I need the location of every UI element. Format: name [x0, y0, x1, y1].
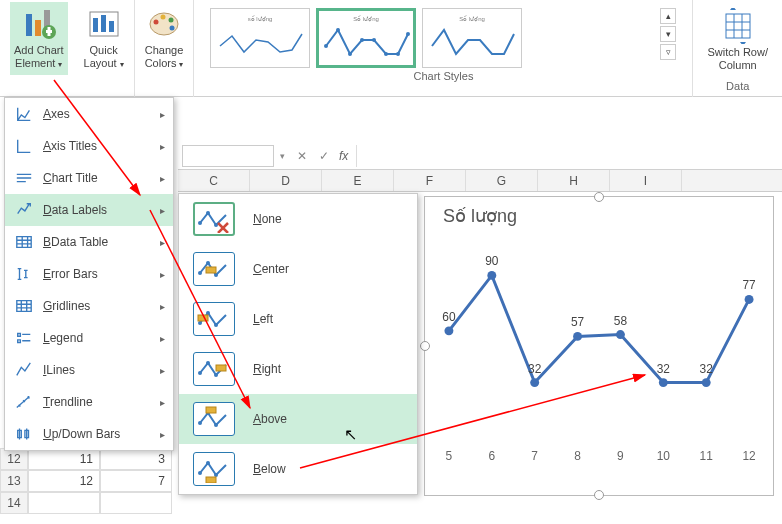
svg-text:8: 8 — [574, 449, 581, 463]
menu-item-label: Up/Down Bars — [43, 427, 120, 441]
svg-text:6: 6 — [488, 449, 495, 463]
menu-item-legend[interactable]: Legend▸ — [5, 322, 173, 354]
svg-point-20 — [360, 38, 364, 42]
change-colors-icon — [146, 6, 182, 42]
worksheet-rows: 121131312714 — [0, 448, 172, 514]
option-label: Right — [253, 362, 281, 376]
cell[interactable]: 12 — [28, 470, 100, 492]
svg-point-66 — [702, 378, 711, 387]
svg-point-50 — [198, 471, 202, 475]
name-box-dropdown[interactable]: ▾ — [274, 151, 291, 161]
chart-handle-bottom[interactable] — [594, 490, 604, 500]
column-header-D[interactable]: D — [250, 170, 322, 191]
menu-item-axes[interactable]: Axes▸ — [5, 98, 173, 130]
menu-item-error-bars[interactable]: Error Bars▸ — [5, 258, 173, 290]
chart-styles-gallery[interactable]: số lượng Số lượng Số lượng ▴ ▾ ▿ — [200, 2, 686, 70]
cell[interactable]: 7 — [100, 470, 172, 492]
gallery-scroll-up[interactable]: ▴ — [660, 8, 676, 24]
option-icon — [193, 352, 235, 386]
change-colors-button[interactable]: ChangeColors ▾ — [141, 2, 188, 75]
menu-item-label: Data Labels — [43, 203, 107, 217]
menu-item-lines[interactable]: ILines▸ — [5, 354, 173, 386]
add-chart-element-icon — [21, 6, 57, 42]
data-labels-option-right[interactable]: Right — [179, 344, 417, 394]
fx-label[interactable]: fx — [335, 149, 352, 163]
svg-point-35 — [206, 261, 210, 265]
chart-style-1[interactable]: số lượng — [210, 8, 310, 68]
menu-item-chart-title[interactable]: Chart Title▸ — [5, 162, 173, 194]
svg-text:9: 9 — [617, 449, 624, 463]
svg-text:60: 60 — [442, 310, 456, 324]
svg-text:77: 77 — [742, 278, 756, 292]
svg-point-19 — [348, 52, 352, 56]
menu-item-icon — [13, 105, 35, 123]
menu-item-icon — [13, 425, 35, 443]
menu-item-axis-titles[interactable]: Axis Titles▸ — [5, 130, 173, 162]
cancel-formula-button[interactable]: ✕ — [291, 149, 313, 163]
formula-input[interactable] — [356, 145, 782, 167]
svg-rect-7 — [93, 18, 98, 32]
svg-text:10: 10 — [657, 449, 671, 463]
data-labels-option-below[interactable]: Below — [179, 444, 417, 494]
menu-item-icon — [13, 137, 35, 155]
submenu-arrow-icon: ▸ — [160, 205, 165, 216]
svg-point-68 — [745, 295, 754, 304]
svg-text:32: 32 — [528, 362, 542, 376]
svg-point-12 — [161, 15, 166, 20]
menu-item-data-table[interactable]: BData Table▸ — [5, 226, 173, 258]
svg-point-31 — [198, 221, 202, 225]
submenu-arrow-icon: ▸ — [160, 333, 165, 344]
svg-point-64 — [659, 378, 668, 387]
chart-style-3[interactable]: Số lượng — [422, 8, 522, 68]
column-header-C[interactable]: C — [178, 170, 250, 191]
submenu-arrow-icon: ▸ — [160, 141, 165, 152]
chart-title[interactable]: Số lượng — [425, 197, 773, 231]
column-header-G[interactable]: G — [466, 170, 538, 191]
enter-formula-button[interactable]: ✓ — [313, 149, 335, 163]
gallery-scroll-down[interactable]: ▾ — [660, 26, 676, 42]
data-group-label: Data — [726, 80, 749, 92]
svg-text:5: 5 — [446, 449, 453, 463]
switch-row-column-button[interactable]: Switch Row/Column — [703, 4, 772, 76]
cell[interactable]: 3 — [100, 448, 172, 470]
data-labels-option-left[interactable]: Left — [179, 294, 417, 344]
add-chart-element-button[interactable]: Add ChartElement ▾ — [10, 2, 68, 75]
column-header-F[interactable]: F — [394, 170, 466, 191]
gallery-expand[interactable]: ▿ — [660, 44, 676, 60]
embedded-chart[interactable]: Số lượng 609032575832327756789101112 — [424, 196, 774, 496]
menu-item-label: Legend — [43, 331, 83, 345]
column-header-I[interactable]: I — [610, 170, 682, 191]
chart-styles-group-label: Chart Styles — [200, 70, 686, 82]
option-icon — [193, 402, 235, 436]
column-header-H[interactable]: H — [538, 170, 610, 191]
row-header[interactable]: 14 — [0, 492, 28, 514]
chart-style-2[interactable]: Số lượng — [316, 8, 416, 68]
quick-layout-button[interactable]: QuickLayout ▾ — [80, 2, 128, 75]
menu-item-up-down-bars[interactable]: Up/Down Bars▸ — [5, 418, 173, 450]
menu-item-data-labels[interactable]: Data Labels▸ — [5, 194, 173, 226]
svg-point-39 — [206, 311, 210, 315]
row-header[interactable]: 12 — [0, 448, 28, 470]
cell[interactable]: 11 — [28, 448, 100, 470]
column-header-E[interactable]: E — [322, 170, 394, 191]
add-chart-element-label: Add ChartElement — [14, 44, 64, 69]
svg-text:57: 57 — [571, 315, 585, 329]
menu-item-gridlines[interactable]: Gridlines▸ — [5, 290, 173, 322]
menu-item-trendline[interactable]: Trendline▸ — [5, 386, 173, 418]
column-headers: CDEFGHI — [178, 170, 782, 192]
chart-handle-top[interactable] — [594, 192, 604, 202]
svg-point-62 — [616, 330, 625, 339]
cell[interactable] — [28, 492, 100, 514]
option-icon — [193, 252, 235, 286]
chart-handle-left[interactable] — [420, 341, 430, 351]
svg-point-34 — [198, 271, 202, 275]
row-header[interactable]: 13 — [0, 470, 28, 492]
cell[interactable] — [100, 492, 172, 514]
submenu-arrow-icon: ▸ — [160, 365, 165, 376]
data-labels-option-center[interactable]: Center — [179, 244, 417, 294]
chart-plot-area[interactable]: 609032575832327756789101112 — [435, 241, 763, 466]
data-labels-option-none[interactable]: None — [179, 194, 417, 244]
data-labels-option-above[interactable]: Above — [179, 394, 417, 444]
formula-bar: ▾ ✕ ✓ fx — [178, 142, 782, 170]
name-box[interactable] — [182, 145, 274, 167]
